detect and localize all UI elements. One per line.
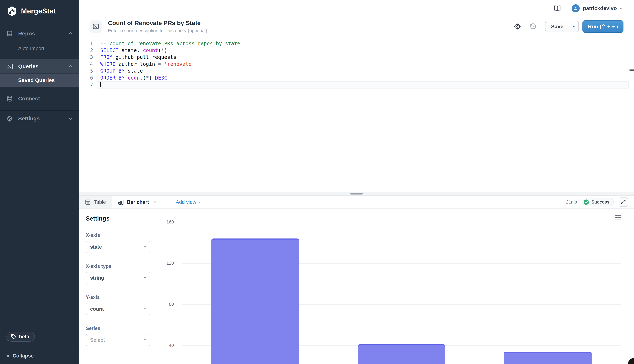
line-number: 7 xyxy=(79,81,93,88)
query-actions: Save ▾ Run (⇧ + ↵) xyxy=(514,20,624,32)
code-line[interactable]: 4WHERE author_login = 'renovate' xyxy=(79,61,634,68)
gear-icon xyxy=(6,115,13,122)
query-description-input[interactable]: Enter a short description for this query… xyxy=(108,28,207,33)
query-meta: Count of Renovate PRs by State Enter a s… xyxy=(108,20,207,33)
save-button[interactable]: Save xyxy=(546,21,569,32)
select-value: Select xyxy=(90,337,105,343)
mergestat-app: MergeStat Repos Auto Import xyxy=(0,0,634,364)
run-button[interactable]: Run (⇧ + ↵) xyxy=(582,20,624,32)
save-button-group: Save ▾ xyxy=(545,21,579,32)
code-line[interactable]: 7 xyxy=(79,81,634,88)
x-axis-select[interactable]: state ▾ xyxy=(86,241,150,253)
docs-book-icon[interactable] xyxy=(554,5,561,11)
field-x-axis: X-axis state ▾ xyxy=(86,232,150,253)
select-value: string xyxy=(90,275,104,281)
logo[interactable]: MergeStat xyxy=(0,0,79,21)
user-menu-caret-icon[interactable]: ▾ xyxy=(620,6,622,10)
chart-area: 04080120160MERGEDCLOSEDOPEN xyxy=(157,209,634,364)
field-label: X-axis type xyxy=(86,264,150,269)
repos-book-icon xyxy=(6,30,13,37)
query-title[interactable]: Count of Renovate PRs by State xyxy=(108,20,207,26)
editor-scrollbar-track xyxy=(629,36,629,192)
field-x-axis-type: X-axis type string ▾ xyxy=(86,264,150,284)
bar-closed[interactable] xyxy=(358,344,446,364)
query-settings-gear-icon[interactable] xyxy=(514,23,520,30)
avatar[interactable] xyxy=(572,4,580,12)
collapse-button[interactable]: « Collapse xyxy=(0,347,79,364)
tab-label: Table xyxy=(94,199,106,205)
y-axis-select[interactable]: count ▾ xyxy=(86,303,150,315)
bar-open[interactable] xyxy=(504,352,592,364)
tab-bar-chart[interactable]: Bar chart × xyxy=(112,196,163,208)
terminal-icon xyxy=(6,63,13,70)
panel-resize-divider xyxy=(79,192,634,196)
bar-chart-icon xyxy=(118,200,124,205)
code-line[interactable]: 2SELECT state, count(*) xyxy=(79,47,634,54)
code-text: FROM github_pull_requests xyxy=(93,54,176,60)
username[interactable]: patrickdevivo xyxy=(583,5,617,11)
sidebar-item-settings[interactable]: Settings xyxy=(0,110,79,126)
code-text: SELECT state, count(*) xyxy=(93,47,167,54)
add-view-label: Add view xyxy=(176,199,196,205)
select-caret-icon: ▾ xyxy=(144,307,146,311)
sidebar-item-queries[interactable]: Queries xyxy=(0,59,79,74)
double-chevron-left-icon: « xyxy=(6,353,10,359)
topbar-divider xyxy=(566,3,566,14)
code-text: GROUP BY state xyxy=(93,68,143,74)
editor-lines: 1-- count of renovate PRs across repos b… xyxy=(79,36,634,88)
sidebar-item-saved-queries[interactable]: Saved Queries xyxy=(0,74,79,87)
tab-table[interactable]: Table xyxy=(79,196,112,208)
editor-scrollbar-thumb[interactable] xyxy=(630,70,634,71)
sidebar-item-auto-import[interactable]: Auto Import xyxy=(0,42,79,56)
top-bar: patrickdevivo ▾ xyxy=(79,0,634,17)
sidebar-item-label: Queries xyxy=(18,63,38,70)
line-number: 2 xyxy=(79,47,93,54)
code-line[interactable]: 6ORDER BY count(*) DESC xyxy=(79,74,634,81)
chart-settings-panel: Settings X-axis state ▾ X-axis type stri… xyxy=(79,209,157,364)
code-line[interactable]: 5GROUP BY state xyxy=(79,68,634,74)
y-axis-tick-label: 120 xyxy=(157,260,174,266)
chart-menu-icon[interactable] xyxy=(615,215,621,220)
gridline-160 xyxy=(182,222,621,222)
resize-handle[interactable] xyxy=(350,193,363,194)
sidebar-item-repos[interactable]: Repos xyxy=(0,26,79,42)
line-number: 5 xyxy=(79,68,93,74)
beta-badge: beta xyxy=(6,332,35,342)
sidebar: MergeStat Repos Auto Import xyxy=(0,0,79,364)
bar-merged[interactable] xyxy=(211,238,299,364)
select-value: count xyxy=(90,306,104,312)
sql-editor[interactable]: 1-- count of renovate PRs across repos b… xyxy=(79,36,634,192)
chevron-down-icon xyxy=(68,117,73,120)
series-select[interactable]: Select ▾ xyxy=(86,334,150,346)
sidebar-item-connect[interactable]: Connect xyxy=(0,90,79,107)
select-caret-icon: ▾ xyxy=(144,245,146,249)
save-menu-caret[interactable]: ▾ xyxy=(569,21,578,32)
field-label: Y-axis xyxy=(86,294,150,300)
field-y-axis: Y-axis count ▾ xyxy=(86,294,150,315)
line-number: 1 xyxy=(79,40,93,47)
database-icon xyxy=(6,95,13,102)
add-view-button[interactable]: + Add view ▾ xyxy=(169,196,200,208)
code-line[interactable]: 3FROM github_pull_requests xyxy=(79,54,634,60)
settings-title: Settings xyxy=(86,215,150,222)
tab-label: Bar chart xyxy=(127,199,149,205)
beta-badge-wrap: beta xyxy=(0,332,79,347)
chevron-up-icon xyxy=(68,65,73,68)
beta-label: beta xyxy=(19,334,29,340)
sidebar-subitem-label: Auto Import xyxy=(18,46,44,52)
x-axis-type-select[interactable]: string ▾ xyxy=(86,272,150,284)
query-history-icon[interactable] xyxy=(530,23,536,30)
y-axis-tick-label: 80 xyxy=(157,302,174,307)
expand-panel-button[interactable] xyxy=(619,198,628,207)
select-value: state xyxy=(90,244,102,250)
sidebar-nav: Repos Auto Import Queries xyxy=(0,26,79,126)
query-duration: 21ms xyxy=(566,200,577,204)
field-label: X-axis xyxy=(86,232,150,238)
query-header: Count of Renovate PRs by State Enter a s… xyxy=(79,17,634,36)
query-terminal-icon xyxy=(90,20,102,32)
add-view-caret-icon: ▾ xyxy=(199,200,200,204)
code-line[interactable]: 1-- count of renovate PRs across repos b… xyxy=(79,40,634,47)
close-tab-icon[interactable]: × xyxy=(154,199,157,205)
field-label: Series xyxy=(86,326,150,331)
collapse-label: Collapse xyxy=(13,353,34,359)
